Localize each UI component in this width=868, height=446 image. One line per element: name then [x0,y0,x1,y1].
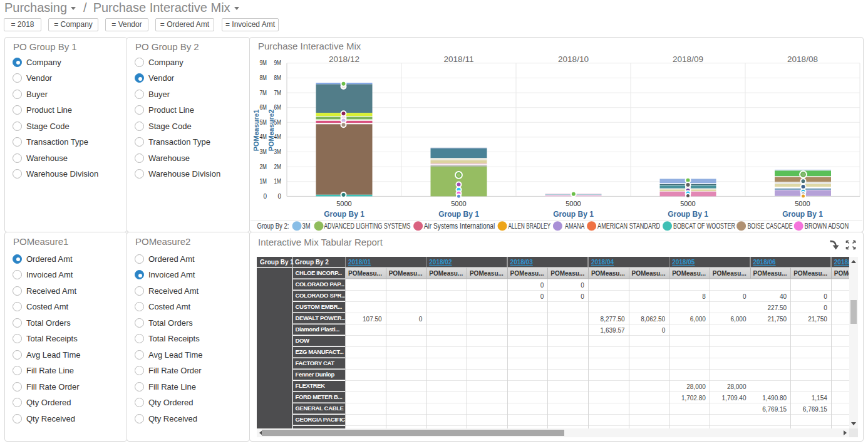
svg-text:2018/10: 2018/10 [558,54,589,64]
svg-text:0: 0 [277,193,281,200]
svg-text:4M: 4M [260,133,267,140]
svg-text:Group By 1: Group By 1 [668,210,708,219]
svg-text:ADVANCED LIGHTING SYSTEMS: ADVANCED LIGHTING SYSTEMS [324,222,410,231]
svg-text:2018/09: 2018/09 [673,54,703,64]
svg-text:4M: 4M [274,133,282,140]
svg-text:8M: 8M [274,75,282,81]
svg-text:3M: 3M [302,222,311,231]
svg-text:Air Systems International: Air Systems International [424,222,495,231]
svg-text:6M: 6M [260,104,267,111]
svg-text:BROWN ADSON: BROWN ADSON [805,222,849,231]
svg-text:6M: 6M [274,104,282,111]
svg-text:5000: 5000 [680,200,695,207]
svg-text:ALLEN BRADLEY: ALLEN BRADLEY [508,222,550,231]
svg-text:BOBCAT OF WOOSTER: BOBCAT OF WOOSTER [673,222,735,231]
svg-text:2M: 2M [260,163,267,170]
svg-text:Group By 1: Group By 1 [324,210,364,219]
svg-text:7M: 7M [274,90,282,96]
svg-text:2018/11: 2018/11 [444,54,474,64]
svg-text:1M: 1M [274,178,282,185]
svg-text:2018/08: 2018/08 [787,54,818,64]
svg-text:Group By 1: Group By 1 [553,210,594,219]
svg-text:5000: 5000 [795,200,810,207]
svg-text:2M: 2M [274,163,282,170]
svg-text:5000: 5000 [451,200,466,207]
svg-text:AMANA: AMANA [565,222,585,231]
svg-text:1M: 1M [260,178,267,185]
svg-text:3M: 3M [274,148,282,155]
svg-text:2018/12: 2018/12 [329,54,359,64]
svg-text:7M: 7M [260,90,267,96]
svg-text:Group By 2:: Group By 2: [257,222,289,231]
svg-text:3M: 3M [260,148,267,155]
svg-text:AMERICAN STANDARD: AMERICAN STANDARD [597,222,660,231]
svg-text:5M: 5M [260,119,267,126]
svg-text:5M: 5M [274,119,282,126]
svg-text:BOISE CASCADE: BOISE CASCADE [747,222,792,231]
svg-text:9M: 9M [260,60,267,66]
svg-text:0: 0 [263,193,267,200]
svg-text:5000: 5000 [566,200,581,207]
svg-text:5000: 5000 [336,200,351,207]
svg-text:Group By 1: Group By 1 [782,210,823,219]
svg-text:POMeasure2: POMeasure2 [267,110,275,152]
svg-text:9M: 9M [274,60,282,66]
svg-text:8M: 8M [260,75,267,81]
svg-text:POMeasure1: POMeasure1 [252,110,260,152]
svg-text:Group By 1: Group By 1 [438,210,479,219]
